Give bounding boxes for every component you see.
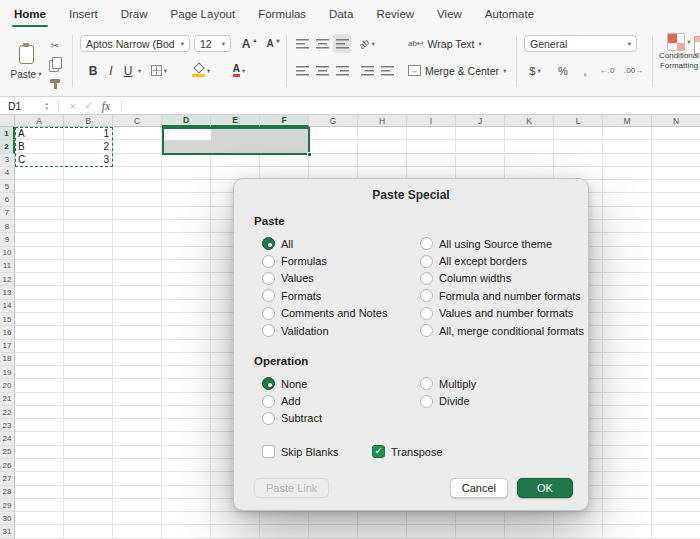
cell-A27[interactable] — [15, 472, 64, 485]
increase-indent-button[interactable] — [378, 61, 396, 80]
cell-D7[interactable] — [162, 207, 211, 220]
cell-A5[interactable] — [15, 180, 64, 193]
cell-M23[interactable] — [603, 419, 652, 432]
cell-C14[interactable] — [113, 300, 162, 313]
cell-J2[interactable] — [456, 140, 505, 153]
cell-C31[interactable] — [113, 525, 162, 538]
cell-A3[interactable]: C — [15, 154, 64, 167]
row-header-1[interactable]: 1 — [0, 127, 15, 140]
cell-E30[interactable] — [211, 512, 260, 525]
cell-B7[interactable] — [64, 207, 113, 220]
cell-B25[interactable] — [64, 446, 113, 459]
cell-H1[interactable] — [358, 127, 407, 140]
cell-M1[interactable] — [603, 127, 652, 140]
row-header-30[interactable]: 30 — [0, 512, 15, 525]
option-all[interactable]: All — [262, 237, 420, 250]
cell-N23[interactable] — [652, 419, 700, 432]
radio-all-using-source-theme[interactable] — [420, 237, 433, 250]
cell-J3[interactable] — [456, 154, 505, 167]
cell-B23[interactable] — [64, 419, 113, 432]
cell-N6[interactable] — [652, 193, 700, 206]
column-header-A[interactable]: A — [15, 115, 64, 127]
option-values-and-number-formats[interactable]: Values and number formats — [420, 307, 578, 320]
fill-handle[interactable] — [307, 152, 312, 157]
cell-D25[interactable] — [162, 446, 211, 459]
cell-B28[interactable] — [64, 486, 113, 499]
increase-decimal-button[interactable]: ←.0 — [598, 61, 616, 80]
option-none[interactable]: None — [262, 377, 420, 390]
cell-N28[interactable] — [652, 486, 700, 499]
cell-B24[interactable] — [64, 432, 113, 445]
cell-N22[interactable] — [652, 406, 700, 419]
cell-L30[interactable] — [554, 512, 603, 525]
decrease-indent-button[interactable] — [358, 61, 376, 80]
cell-C30[interactable] — [113, 512, 162, 525]
cell-D9[interactable] — [162, 233, 211, 246]
radio-formulas[interactable] — [262, 255, 275, 268]
cell-C1[interactable] — [113, 127, 162, 140]
cell-M2[interactable] — [603, 140, 652, 153]
cell-K1[interactable] — [505, 127, 554, 140]
cell-M9[interactable] — [603, 233, 652, 246]
cell-B5[interactable] — [64, 180, 113, 193]
cell-A24[interactable] — [15, 432, 64, 445]
row-header-25[interactable]: 25 — [0, 446, 15, 459]
cell-B27[interactable] — [64, 472, 113, 485]
cell-J31[interactable] — [456, 525, 505, 538]
radio-all[interactable] — [262, 237, 275, 250]
cell-M14[interactable] — [603, 300, 652, 313]
cell-D18[interactable] — [162, 353, 211, 366]
cell-C22[interactable] — [113, 406, 162, 419]
cell-A11[interactable] — [15, 260, 64, 273]
cell-L1[interactable] — [554, 127, 603, 140]
cell-N25[interactable] — [652, 446, 700, 459]
cell-N13[interactable] — [652, 286, 700, 299]
cell-F30[interactable] — [260, 512, 309, 525]
percent-button[interactable]: % — [554, 61, 572, 80]
row-header-23[interactable]: 23 — [0, 419, 15, 432]
cell-B10[interactable] — [64, 247, 113, 260]
option-validation[interactable]: Validation — [262, 324, 420, 337]
cell-D19[interactable] — [162, 366, 211, 379]
name-box[interactable]: D1 ▴▾ — [0, 97, 52, 114]
tab-home[interactable]: Home — [14, 8, 46, 20]
cell-B13[interactable] — [64, 286, 113, 299]
column-header-N[interactable]: N — [652, 115, 700, 127]
cell-C11[interactable] — [113, 260, 162, 273]
cell-M8[interactable] — [603, 220, 652, 233]
row-header-17[interactable]: 17 — [0, 340, 15, 353]
cell-A22[interactable] — [15, 406, 64, 419]
cell-D29[interactable] — [162, 499, 211, 512]
cell-D6[interactable] — [162, 193, 211, 206]
row-header-21[interactable]: 21 — [0, 393, 15, 406]
cancel-button[interactable]: Cancel — [450, 478, 508, 498]
cell-C19[interactable] — [113, 366, 162, 379]
align-top-button[interactable] — [293, 34, 311, 53]
cell-C28[interactable] — [113, 486, 162, 499]
merge-center-button[interactable]: ↔ Merge & Center ▾ — [408, 61, 506, 80]
cell-M26[interactable] — [603, 459, 652, 472]
cell-M13[interactable] — [603, 286, 652, 299]
decrease-decimal-button[interactable]: .00→ — [624, 61, 643, 80]
cell-K31[interactable] — [505, 525, 554, 538]
option-comments-and-notes[interactable]: Comments and Notes — [262, 307, 420, 320]
radio-multiply[interactable] — [420, 377, 433, 390]
row-header-9[interactable]: 9 — [0, 233, 15, 246]
cell-A31[interactable] — [15, 525, 64, 538]
column-header-M[interactable]: M — [603, 115, 652, 127]
currency-button[interactable]: $▾ — [526, 61, 544, 80]
paste-link-button[interactable]: Paste Link — [254, 478, 329, 498]
cell-A16[interactable] — [15, 326, 64, 339]
cell-N17[interactable] — [652, 340, 700, 353]
cell-C16[interactable] — [113, 326, 162, 339]
cell-D14[interactable] — [162, 300, 211, 313]
cell-I30[interactable] — [407, 512, 456, 525]
cell-H30[interactable] — [358, 512, 407, 525]
cell-M7[interactable] — [603, 207, 652, 220]
cell-N7[interactable] — [652, 207, 700, 220]
radio-values-and-number-formats[interactable] — [420, 307, 433, 320]
cell-M17[interactable] — [603, 340, 652, 353]
option-formats[interactable]: Formats — [262, 289, 420, 302]
cell-C2[interactable] — [113, 140, 162, 153]
row-header-24[interactable]: 24 — [0, 432, 15, 445]
